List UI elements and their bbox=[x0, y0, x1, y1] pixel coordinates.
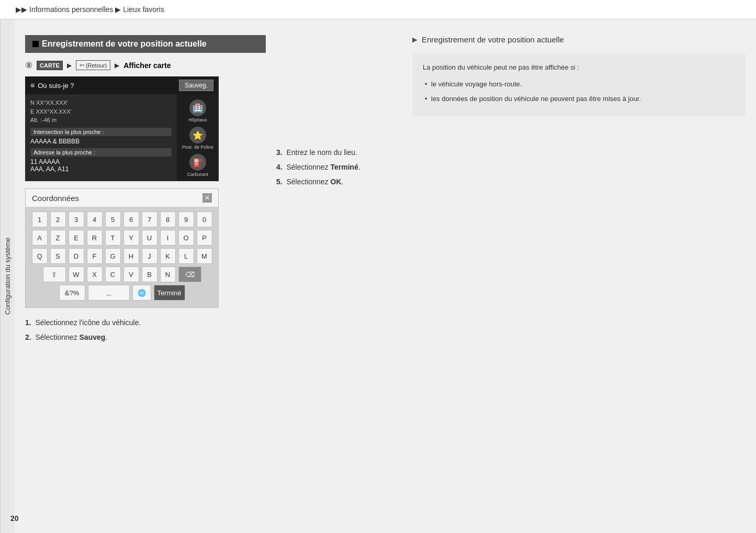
key-o[interactable]: O bbox=[178, 230, 194, 246]
address-line1: 11 AAAAA bbox=[30, 158, 172, 165]
police-icon: ⭐ bbox=[189, 127, 206, 143]
key-row-qsdfgh: Q S D F G H J K L M bbox=[31, 248, 213, 264]
sauveg-button[interactable]: Sauveg. bbox=[179, 80, 213, 91]
step-3-num: 3. bbox=[276, 148, 285, 157]
coords-line2: E XXX°XX.XXX' bbox=[30, 107, 172, 116]
key-r[interactable]: R bbox=[87, 230, 103, 246]
termine-key[interactable]: Terminé bbox=[154, 285, 185, 301]
step-5: 5. Sélectionnez OK. bbox=[276, 174, 391, 189]
step-4: 4. Sélectionnez Terminé. bbox=[276, 160, 391, 174]
key-9[interactable]: 9 bbox=[178, 212, 194, 227]
globe-key[interactable]: 🌐 bbox=[132, 285, 151, 301]
key-s[interactable]: S bbox=[50, 248, 66, 264]
key-8[interactable]: 8 bbox=[160, 212, 176, 227]
key-e[interactable]: E bbox=[69, 230, 84, 246]
content-area: Enregistrement de votre position actuell… bbox=[15, 19, 756, 533]
key-row-numbers: 1 2 3 4 5 6 7 8 9 0 bbox=[31, 212, 213, 227]
sidebar: Configuration du système bbox=[0, 19, 15, 533]
key-row-bottom: &?% ⎵ 🌐 Terminé bbox=[31, 285, 213, 301]
breadcrumb-item2: Lieux favoris bbox=[123, 5, 164, 14]
key-m[interactable]: M bbox=[197, 248, 212, 264]
space-key[interactable]: ⎵ bbox=[88, 285, 130, 301]
address-line2: AAA, AA, A11 bbox=[30, 165, 172, 173]
keyboard-title-row: Coordonnées ✕ bbox=[26, 189, 218, 207]
step-1: 1. Sélectionnez l'icône du véhicule. bbox=[25, 315, 266, 330]
back-badge[interactable]: ⇦ (Retour) bbox=[76, 60, 110, 70]
hospital-icon: 🏥 bbox=[189, 99, 206, 116]
key-n[interactable]: N bbox=[160, 266, 176, 282]
keyboard-rows: 1 2 3 4 5 6 7 8 9 0 A Z bbox=[26, 207, 218, 307]
carte-badge: CARTE bbox=[37, 61, 63, 70]
step-1-num: 1. bbox=[25, 318, 33, 327]
key-j[interactable]: J bbox=[142, 248, 157, 264]
police-label: Post. de Police bbox=[182, 145, 213, 150]
key-3[interactable]: 3 bbox=[69, 212, 84, 227]
key-w[interactable]: W bbox=[69, 266, 84, 282]
right-heading-text: Enregistrement de votre position actuell… bbox=[422, 35, 564, 44]
note-bullet-2: les données de position du véhicule ne p… bbox=[423, 93, 735, 105]
vehicle-icon: ⑧ bbox=[25, 60, 32, 70]
main-section-heading: Enregistrement de votre position actuell… bbox=[42, 39, 207, 49]
key-u[interactable]: U bbox=[142, 230, 157, 246]
key-l[interactable]: L bbox=[178, 248, 194, 264]
left-column: Enregistrement de votre position actuell… bbox=[25, 35, 266, 523]
key-6[interactable]: 6 bbox=[123, 212, 139, 227]
steps-container: 1. Sélectionnez l'icône du véhicule. 2. … bbox=[25, 315, 266, 345]
coords-line1: N XX°XX.XXX' bbox=[30, 98, 172, 107]
hospital-icon-item[interactable]: 🏥 Hôpitaux bbox=[188, 99, 207, 123]
map-header: ≡ Où suis-je ? Sauveg. bbox=[25, 76, 219, 94]
shift-key[interactable]: ⇧ bbox=[43, 266, 66, 282]
key-z[interactable]: Z bbox=[50, 230, 66, 246]
note-list: le véhicule voyage hors-route. les donné… bbox=[423, 79, 735, 105]
coords-alt: Alt. :-46 m bbox=[30, 116, 172, 125]
key-4[interactable]: 4 bbox=[87, 212, 103, 227]
key-2[interactable]: 2 bbox=[50, 212, 66, 227]
key-k[interactable]: K bbox=[160, 248, 176, 264]
key-x[interactable]: X bbox=[87, 266, 103, 282]
key-c[interactable]: C bbox=[105, 266, 121, 282]
key-h[interactable]: H bbox=[123, 248, 139, 264]
right-section-heading: ▶ Enregistrement de votre position actue… bbox=[412, 35, 746, 46]
note-box: La position du véhicule peut ne pas être… bbox=[412, 53, 746, 116]
key-5[interactable]: 5 bbox=[105, 212, 121, 227]
map-coords: N XX°XX.XXX' E XXX°XX.XXX' Alt. :-46 m bbox=[30, 98, 172, 125]
key-a[interactable]: A bbox=[32, 230, 48, 246]
key-b[interactable]: B bbox=[142, 266, 157, 282]
nav-arrow-2: ▶ bbox=[115, 62, 119, 69]
step-1-text: Sélectionnez l'icône du véhicule. bbox=[35, 318, 141, 327]
key-d[interactable]: D bbox=[69, 248, 84, 264]
key-0[interactable]: 0 bbox=[197, 212, 212, 227]
key-i[interactable]: I bbox=[160, 230, 176, 246]
key-p[interactable]: P bbox=[197, 230, 212, 246]
key-y[interactable]: Y bbox=[123, 230, 139, 246]
keyboard-close-button[interactable]: ✕ bbox=[202, 193, 212, 203]
hospital-label: Hôpitaux bbox=[188, 117, 207, 123]
key-v[interactable]: V bbox=[123, 266, 139, 282]
page-number: 20 bbox=[10, 514, 19, 523]
breadcrumb-arrow: ▶ bbox=[115, 5, 121, 14]
back-icon: ⇦ bbox=[80, 62, 84, 69]
nav-arrow-1: ▶ bbox=[67, 62, 72, 69]
step-3: 3. Entrez le nom du lieu. bbox=[276, 145, 391, 160]
fuel-icon-item[interactable]: ⛽ Carburant bbox=[187, 154, 208, 177]
intersection-value: AAAAA & BBBBB bbox=[30, 138, 172, 145]
middle-steps: 3. Entrez le nom du lieu. 4. Sélectionne… bbox=[276, 35, 391, 523]
afficher-label: Afficher carte bbox=[123, 61, 171, 70]
symbols-key[interactable]: &?% bbox=[59, 285, 85, 301]
key-q[interactable]: Q bbox=[32, 248, 48, 264]
key-f[interactable]: F bbox=[87, 248, 103, 264]
key-7[interactable]: 7 bbox=[142, 212, 157, 227]
key-t[interactable]: T bbox=[105, 230, 121, 246]
note-bullet-1: le véhicule voyage hors-route. bbox=[423, 79, 735, 90]
backspace-key[interactable]: ⌫ bbox=[178, 266, 201, 282]
breadcrumb-item1: Informations personnelles bbox=[29, 5, 113, 14]
key-g[interactable]: G bbox=[105, 248, 121, 264]
main-wrapper: Configuration du système Enregistrement … bbox=[0, 19, 756, 533]
fuel-label: Carburant bbox=[187, 172, 208, 177]
key-row-shift: ⇧ W X C V B N ⌫ bbox=[31, 266, 213, 282]
key-1[interactable]: 1 bbox=[32, 212, 48, 227]
police-icon-item[interactable]: ⭐ Post. de Police bbox=[182, 127, 213, 150]
breadcrumb-bar: ▶▶ Informations personnelles ▶ Lieux fav… bbox=[0, 0, 756, 19]
key-row-azerty: A Z E R T Y U I O P bbox=[31, 230, 213, 246]
fuel-icon: ⛽ bbox=[189, 154, 206, 171]
